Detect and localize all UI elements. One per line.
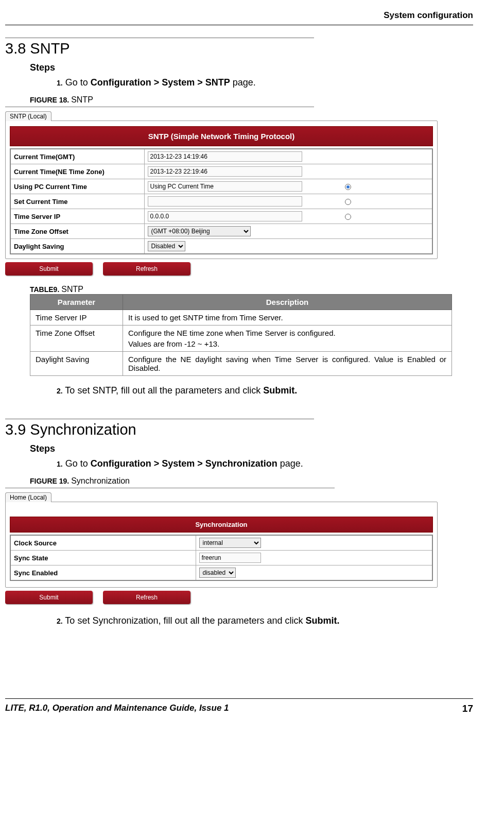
desc-line1: Configure the NE time zone when Time Ser… <box>128 329 446 337</box>
table-row: Time Server IP It is used to get SNTP ti… <box>30 310 452 325</box>
cell-desc: It is used to get SNTP time from Time Se… <box>123 310 452 325</box>
step-1: 1. Go to Configuration > System > SNTP p… <box>57 77 473 88</box>
figure-label: FIGURE 18. <box>30 96 71 104</box>
step-text-post: page. <box>277 458 303 469</box>
time-server-ip-input[interactable] <box>148 211 302 221</box>
figure-19-caption: FIGURE 19. Synchronization <box>30 476 473 486</box>
table9-caption: TABLE9. SNTP <box>30 285 473 294</box>
set-current-time-input[interactable] <box>148 196 302 207</box>
step-text-pre: To set SNTP, fill out all the parameters… <box>63 385 264 396</box>
table9: Parameter Description Time Server IP It … <box>30 294 452 376</box>
cell-desc: Configure the NE daylight saving when Ti… <box>123 352 452 376</box>
section-3-9-title: 3.9 Synchronization <box>5 421 473 438</box>
table9-name: SNTP <box>61 285 83 294</box>
row-label: Sync Enabled <box>10 565 196 581</box>
refresh-button[interactable]: Refresh <box>103 262 190 276</box>
fig19-buttons: Submit Refresh <box>5 591 438 604</box>
step-1: 1. Go to Configuration > System > Synchr… <box>57 458 473 469</box>
step-text-post: page. <box>230 77 256 88</box>
step-text-pre: To set Synchronization, fill out all the… <box>63 615 306 626</box>
cell-param: Time Zone Offset <box>30 325 123 352</box>
col-parameter: Parameter <box>30 295 123 310</box>
row-label: Current Time(NE Time Zone) <box>10 164 144 179</box>
current-time-ne-input[interactable] <box>148 166 302 177</box>
current-time-gmt-input[interactable] <box>148 151 302 162</box>
time-zone-select[interactable]: (GMT +08:00) Beijing <box>148 226 251 236</box>
row-label: Current Time(GMT) <box>10 149 144 164</box>
fig18-tab[interactable]: SNTP (Local) <box>5 111 51 121</box>
row-label: Clock Source <box>10 535 196 551</box>
step-text-bold: Submit. <box>306 615 340 626</box>
row-label: Time Server IP <box>10 209 144 224</box>
step-text-pre: Go to <box>63 458 91 469</box>
fig-rule <box>5 488 335 488</box>
figure-name: SNTP <box>71 95 93 104</box>
chapter-header: System configuration <box>5 10 473 21</box>
row-label: Using PC Current Time <box>10 179 144 194</box>
figure-name: Synchronization <box>71 476 130 485</box>
fig18-banner: SNTP (Simple Network Timing Protocol) <box>10 126 433 146</box>
sync-state-input[interactable] <box>199 553 261 563</box>
row-label: Sync State <box>10 551 196 565</box>
figure-label: FIGURE 19. <box>30 477 71 485</box>
sync-enabled-select[interactable]: disabled <box>199 568 236 578</box>
figure-18: SNTP (Local) SNTP (Simple Network Timing… <box>5 110 438 276</box>
figure-18-caption: FIGURE 18. SNTP <box>30 95 473 105</box>
steps-heading: Steps <box>30 443 473 454</box>
table-row: Daylight Saving Configure the NE dayligh… <box>30 352 452 376</box>
fig19-table: Clock Source internal Sync State Sync En… <box>10 535 433 581</box>
row-label: Time Zone Offset <box>10 224 144 239</box>
step-num: 2. <box>57 617 63 625</box>
step-2: 2. To set Synchronization, fill out all … <box>57 615 473 626</box>
fig18-buttons: Submit Refresh <box>5 262 438 276</box>
footer-title: LITE, R1.0, Operation and Maintenance Gu… <box>5 703 229 714</box>
row-label: Daylight Saving <box>10 239 144 254</box>
col-description: Description <box>123 295 452 310</box>
step-text-bold: Configuration > System > Synchronization <box>91 458 277 469</box>
step-num: 1. <box>57 460 63 468</box>
section-rule <box>5 38 314 38</box>
steps-heading: Steps <box>30 62 473 73</box>
time-server-ip-radio[interactable] <box>345 214 351 220</box>
fig19-panel: Synchronization Clock Source internal Sy… <box>5 502 438 588</box>
daylight-saving-select[interactable]: Disabled <box>148 241 185 251</box>
page-footer: LITE, R1.0, Operation and Maintenance Gu… <box>5 698 473 714</box>
step-num: 2. <box>57 387 63 395</box>
row-label: Set Current Time <box>10 194 144 209</box>
using-pc-time-input[interactable] <box>148 181 302 192</box>
submit-button[interactable]: Submit <box>5 591 93 604</box>
set-current-time-radio[interactable] <box>345 199 351 205</box>
page-number: 17 <box>462 703 473 714</box>
cell-param: Daylight Saving <box>30 352 123 376</box>
cell-desc: Configure the NE time zone when Time Ser… <box>123 325 452 352</box>
step-text-pre: Go to <box>63 77 91 88</box>
section-rule <box>5 419 314 419</box>
step-num: 1. <box>57 79 63 87</box>
figure-19: Home (Local) Synchronization Clock Sourc… <box>5 491 438 604</box>
step-2: 2. To set SNTP, fill out all the paramet… <box>57 385 473 396</box>
submit-button[interactable]: Submit <box>5 262 93 276</box>
step-text-bold: Submit. <box>263 385 297 396</box>
desc-line2: Values are from -12 ~ +13. <box>128 339 446 348</box>
cell-param: Time Server IP <box>30 310 123 325</box>
step-text-bold: Configuration > System > SNTP <box>91 77 230 88</box>
fig19-tab[interactable]: Home (Local) <box>5 492 51 502</box>
clock-source-select[interactable]: internal <box>199 538 261 548</box>
using-pc-time-radio[interactable] <box>345 184 351 190</box>
table9-label: TABLE9. <box>30 285 61 294</box>
section-3-8-title: 3.8 SNTP <box>5 40 473 57</box>
fig18-table: Current Time(GMT) Current Time(NE Time Z… <box>10 148 433 254</box>
table-row: Time Zone Offset Configure the NE time z… <box>30 325 452 352</box>
fig-rule <box>5 107 314 107</box>
fig19-banner: Synchronization <box>10 517 433 533</box>
top-rule <box>5 25 473 25</box>
refresh-button[interactable]: Refresh <box>103 591 190 604</box>
fig18-panel: SNTP (Simple Network Timing Protocol) Cu… <box>5 121 438 259</box>
